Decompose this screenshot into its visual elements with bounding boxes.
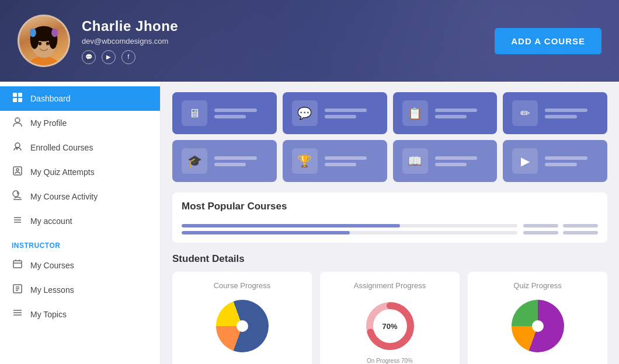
mini-bar-1a bbox=[523, 224, 558, 228]
courses-icon bbox=[12, 259, 23, 272]
stat-line-4b bbox=[545, 115, 576, 118]
donut-center: 70% bbox=[382, 322, 397, 331]
stat-line-1a bbox=[214, 108, 257, 112]
stat-card-5: 🎓 bbox=[172, 140, 277, 182]
sidebar-item-dashboard[interactable]: Dashboard bbox=[0, 86, 160, 111]
sidebar-item-my-topics[interactable]: My Topics bbox=[0, 302, 160, 327]
quiz-icon bbox=[12, 166, 23, 178]
svg-rect-12 bbox=[13, 98, 17, 102]
stat-line-2a bbox=[325, 108, 367, 112]
sidebar-item-courses-label: My Courses bbox=[30, 261, 74, 270]
sidebar-item-quiz-attempts[interactable]: My Quiz Attempts bbox=[0, 160, 160, 184]
course-bar-fill-2 bbox=[182, 231, 350, 235]
stat-lines-2 bbox=[325, 108, 378, 118]
stat-card-7: 📖 bbox=[393, 140, 498, 182]
course-bar-track-1 bbox=[182, 224, 517, 228]
stat-lines-4 bbox=[545, 108, 598, 118]
quiz-pie bbox=[512, 300, 564, 352]
user-name: Charlie Jhone bbox=[82, 18, 178, 34]
social-links: 💬 ▶ f bbox=[82, 50, 178, 64]
avatar bbox=[18, 15, 70, 67]
sidebar: Dashboard My Profile Enrolled Courses My… bbox=[0, 82, 161, 364]
avatar-image bbox=[19, 16, 68, 65]
stat-icon-2: 💬 bbox=[292, 100, 318, 126]
add-course-button[interactable]: ADD A COURSE bbox=[495, 28, 601, 54]
stat-line-5b bbox=[214, 163, 246, 166]
chart-card-quiz-progress: Quiz Progress bbox=[468, 272, 607, 364]
course-progress-chart bbox=[182, 297, 302, 355]
charts-grid: Course Progress bbox=[172, 272, 607, 364]
sidebar-item-my-account[interactable]: My account bbox=[0, 209, 160, 233]
mini-bar-2b bbox=[563, 231, 598, 235]
chart-card-course-progress: Course Progress bbox=[172, 272, 312, 364]
popular-courses-header: Most Popular Courses bbox=[182, 201, 598, 218]
student-details-section: Student Details Course Progress bbox=[172, 253, 607, 364]
course-bar-row-2 bbox=[182, 231, 598, 235]
user-email: dev@wbcomdesigns.com bbox=[82, 37, 178, 46]
sidebar-item-topics-label: My Topics bbox=[30, 310, 67, 319]
course-pie bbox=[216, 300, 269, 352]
stat-lines-3 bbox=[435, 108, 488, 118]
popular-courses-section: Most Popular Courses bbox=[172, 192, 607, 243]
assignment-progress-title: Assignment Progress bbox=[329, 281, 450, 290]
stat-line-8a bbox=[545, 156, 587, 160]
youtube-icon[interactable]: ▶ bbox=[102, 50, 116, 64]
sidebar-item-enrolled-courses[interactable]: Enrolled Courses bbox=[0, 135, 160, 160]
stat-icon-3: 📋 bbox=[402, 100, 428, 126]
course-bars bbox=[182, 224, 598, 235]
stat-line-4a bbox=[545, 108, 587, 112]
assignment-sub-label: On Progress 70% bbox=[329, 358, 450, 364]
svg-point-9 bbox=[46, 42, 50, 46]
facebook-icon[interactable]: f bbox=[121, 50, 135, 64]
svg-point-14 bbox=[15, 118, 20, 123]
main-layout: Dashboard My Profile Enrolled Courses My… bbox=[0, 82, 619, 364]
lessons-icon bbox=[12, 284, 23, 296]
stat-line-5a bbox=[214, 156, 257, 160]
sidebar-item-account-label: My account bbox=[30, 216, 72, 226]
chart-card-assignment-progress: Assignment Progress 70% bbox=[320, 272, 460, 364]
stat-line-7a bbox=[435, 156, 478, 160]
sidebar-item-enrolled-label: Enrolled Courses bbox=[30, 143, 93, 152]
sidebar-item-my-courses[interactable]: My Courses bbox=[0, 253, 160, 278]
quiz-progress-chart bbox=[477, 297, 598, 355]
course-progress-title: Course Progress bbox=[182, 281, 302, 290]
quiz-progress-title: Quiz Progress bbox=[477, 281, 598, 290]
stat-icon-6: 🏆 bbox=[292, 148, 318, 174]
svg-point-8 bbox=[39, 42, 42, 46]
sidebar-item-my-profile[interactable]: My Profile bbox=[0, 111, 160, 135]
stat-lines-6 bbox=[325, 156, 378, 166]
stat-line-2b bbox=[325, 115, 356, 118]
stat-card-8: ▶ bbox=[503, 140, 607, 182]
assignment-progress-chart: 70% bbox=[329, 297, 450, 355]
course-bar-track-2 bbox=[182, 231, 517, 235]
course-bar-right-1 bbox=[523, 224, 598, 228]
popular-courses-title: Most Popular Courses bbox=[182, 201, 287, 212]
instructor-section-label: INSTRUCTOR bbox=[0, 233, 160, 253]
stat-line-6b bbox=[325, 163, 356, 166]
quiz-pie-center bbox=[532, 320, 544, 332]
svg-point-17 bbox=[16, 169, 19, 171]
mini-bar-2a bbox=[523, 231, 558, 235]
sidebar-item-course-activity[interactable]: My Course Activity bbox=[0, 184, 160, 209]
sidebar-item-dashboard-label: Dashboard bbox=[30, 94, 71, 103]
header-content: Charlie Jhone dev@wbcomdesigns.com 💬 ▶ f… bbox=[18, 15, 601, 67]
stat-line-6a bbox=[325, 156, 367, 160]
activity-icon bbox=[12, 190, 23, 203]
stat-icon-7: 📖 bbox=[402, 148, 428, 174]
stat-line-1b bbox=[214, 115, 246, 118]
stat-card-6: 🏆 bbox=[283, 140, 387, 182]
stat-lines-8 bbox=[545, 156, 598, 166]
topics-icon bbox=[12, 308, 23, 321]
stat-line-3a bbox=[435, 108, 478, 112]
stat-icon-4: ✏ bbox=[512, 100, 538, 126]
sidebar-item-quiz-label: My Quiz Attempts bbox=[30, 167, 95, 177]
main-content: 🖥 💬 📋 ✏ bbox=[161, 82, 619, 364]
stat-line-3b bbox=[435, 115, 467, 118]
whatsapp-icon[interactable]: 💬 bbox=[82, 50, 96, 64]
stat-icon-5: 🎓 bbox=[182, 148, 207, 174]
student-details-title: Student Details bbox=[172, 253, 607, 265]
profile-icon bbox=[12, 117, 23, 130]
sidebar-item-my-lessons[interactable]: My Lessons bbox=[0, 278, 160, 302]
stat-card-2: 💬 bbox=[283, 92, 387, 134]
stat-card-3: 📋 bbox=[393, 92, 498, 134]
